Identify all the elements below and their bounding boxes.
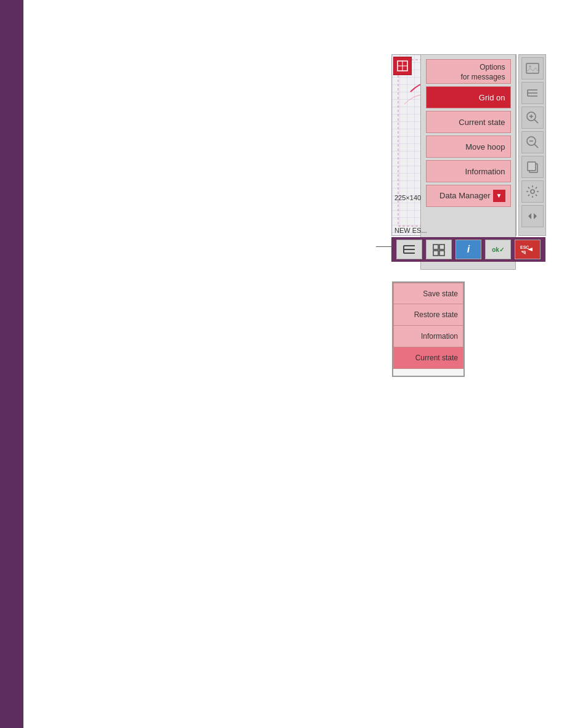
bottom-toolbar: i ok✓ ESC	[391, 237, 545, 262]
svg-rect-6	[526, 63, 539, 73]
right-icon-panel	[518, 54, 546, 236]
esc-toolbar-button[interactable]: ESC	[515, 240, 541, 259]
save-state-button[interactable]: Save state	[393, 283, 463, 304]
settings-icon-button[interactable]	[521, 180, 544, 203]
grid-on-button[interactable]: Grid on	[426, 86, 511, 108]
zoom-in-icon-button[interactable]	[521, 107, 544, 129]
list-icon-button[interactable]	[521, 82, 544, 104]
information-popup-button[interactable]: Information	[393, 326, 463, 347]
svg-rect-20	[528, 162, 536, 171]
current-state-popup-button[interactable]: Current state	[393, 347, 463, 369]
ok-toolbar-button[interactable]: ok✓	[485, 240, 511, 259]
svg-rect-30	[433, 251, 438, 256]
copy-icon-button[interactable]	[521, 156, 544, 178]
left-sidebar	[0, 0, 23, 728]
svg-marker-22	[528, 213, 531, 219]
dropdown-arrow-icon: ▼	[493, 190, 505, 202]
current-state-button[interactable]: Current state	[426, 111, 511, 133]
zoom-out-icon-button[interactable]	[521, 131, 544, 153]
svg-point-21	[531, 190, 534, 193]
svg-line-17	[534, 144, 538, 148]
move-hoop-button[interactable]: Move hoop	[426, 135, 511, 158]
data-manager-button[interactable]: Data Manager ▼	[426, 185, 511, 207]
information-button[interactable]: Information	[426, 160, 511, 182]
arrows-icon-button[interactable]	[521, 205, 544, 227]
popup-panel: Save state Restore state Information Cur…	[392, 281, 465, 377]
restore-state-button[interactable]: Restore state	[393, 304, 463, 326]
svg-rect-31	[439, 251, 444, 256]
canvas-corner-icon	[393, 57, 412, 75]
svg-rect-29	[439, 245, 444, 249]
svg-point-7	[529, 65, 531, 68]
new-esc-text: NEW ES...	[394, 227, 427, 234]
image-icon-button[interactable]	[521, 57, 544, 79]
svg-line-13	[534, 119, 538, 123]
svg-text:ESC: ESC	[520, 245, 529, 249]
connection-line	[376, 246, 393, 247]
info-toolbar-button[interactable]: i	[455, 240, 481, 259]
status-text: 225×140	[394, 194, 421, 201]
grid-view-button[interactable]	[426, 240, 452, 259]
list-view-button[interactable]	[396, 240, 422, 259]
svg-marker-23	[534, 213, 537, 219]
svg-rect-28	[433, 245, 438, 249]
options-messages-button[interactable]: Options for messages	[426, 59, 511, 84]
